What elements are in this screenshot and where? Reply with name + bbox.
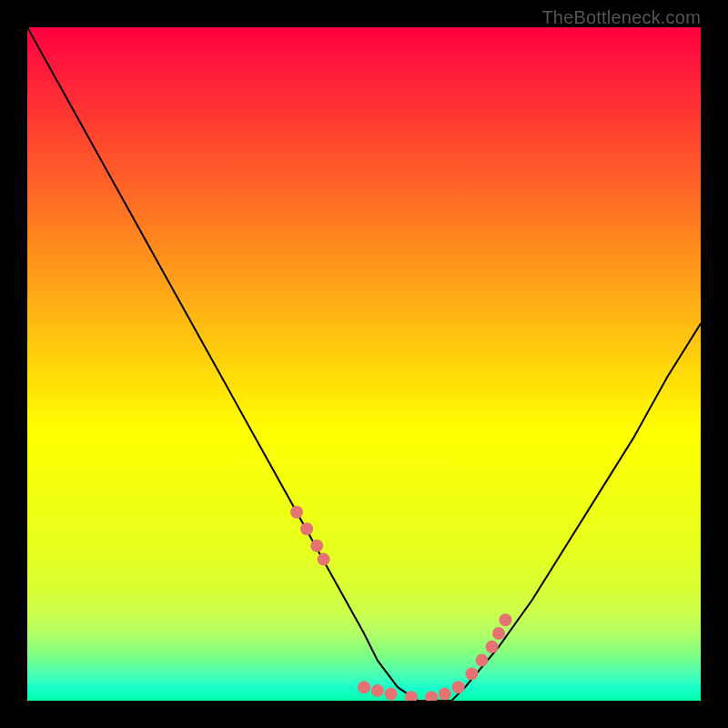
marker-point <box>385 688 398 701</box>
marker-point <box>318 553 330 566</box>
marker-point <box>439 688 451 701</box>
marker-point <box>452 681 465 693</box>
chart-plot-area <box>27 27 701 701</box>
marker-point <box>310 540 323 552</box>
chart-svg <box>27 27 701 701</box>
marker-point <box>358 681 370 693</box>
marker-point <box>425 691 438 701</box>
marker-point <box>499 613 511 626</box>
marker-point <box>492 627 505 640</box>
marker-point <box>486 641 499 653</box>
marker-point <box>300 522 313 535</box>
marker-point <box>465 667 478 680</box>
marker-point <box>290 506 303 519</box>
marker-point <box>476 654 489 667</box>
marker-point <box>371 684 384 697</box>
bottleneck-curve <box>27 27 701 701</box>
watermark-text: TheBottleneck.com <box>541 7 701 28</box>
